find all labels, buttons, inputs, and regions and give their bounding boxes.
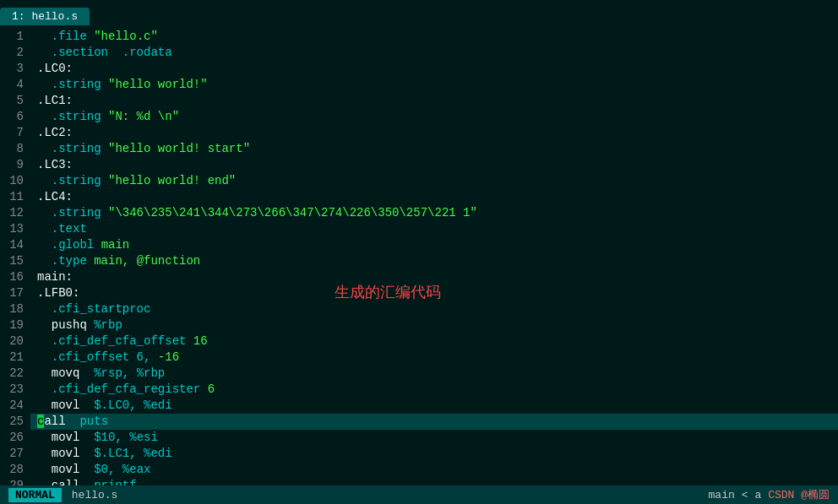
line-number-13: 13 [5,221,24,237]
file-tab[interactable]: 1: hello.s [0,8,90,25]
code-line-2: .section .rodata [30,45,838,61]
code-line-3: .LC0: [30,61,838,77]
status-filename: hello.s [72,489,118,501]
line-number-3: 3 [5,61,24,77]
line-number-22: 22 [5,366,24,382]
code-segment: $10, %esi [94,431,158,444]
code-line-20: .cfi_def_cfa_offset 16 [30,333,838,350]
code-segment: %rbp [94,318,122,332]
code-segment: .string [37,110,108,123]
code-line-15: .type main, @function [30,253,838,269]
code-segment: main: [37,270,73,284]
line-numbers: 1234567891011121314151617181920212223242… [0,25,30,485]
code-line-29: call printf [30,478,838,485]
status-left: NORMAL hello.s [8,488,117,502]
line-number-29: 29 [5,478,24,485]
code-segment: "N: %d \n" [108,110,179,123]
code-line-14: .globl main [30,237,838,253]
code-segment: call [37,479,94,485]
code-segment: $0, %eax [94,463,150,476]
line-number-10: 10 [5,173,24,189]
code-content: .file "hello.c" .section .rodata.LC0: .s… [30,25,838,485]
line-number-20: 20 [5,333,24,350]
code-segment: .LC4: [37,190,73,203]
mode-badge: NORMAL [8,488,62,502]
code-segment: .string [37,78,108,91]
code-segment: puts [79,415,108,428]
code-line-23: .cfi_def_cfa_register 6 [30,382,838,398]
line-number-1: 1 [5,29,24,45]
code-segment: main [101,238,130,252]
code-line-18: .cfi_startproc [30,301,838,317]
code-segment: movl [37,398,94,412]
code-segment: .LC1: [37,94,73,107]
line-number-2: 2 [5,45,24,61]
line-number-28: 28 [5,462,24,478]
code-line-6: .string "N: %d \n" [30,109,838,125]
line-number-6: 6 [5,109,24,125]
code-line-17: 生成的汇编代码.LFB0: [30,285,838,301]
code-segment: $.LC1, %edi [94,447,171,460]
code-line-9: .LC3: [30,157,838,173]
status-position: main [709,489,735,501]
editor: 1234567891011121314151617181920212223242… [0,25,838,485]
code-segment: .LC2: [37,126,73,139]
code-segment: movl [37,447,94,460]
status-right: main < a CSDN @椭圆 [709,487,830,502]
code-segment: "hello.c" [94,30,158,43]
code-segment: "\346\235\241\344\273\266\347\274\226\35… [108,206,477,219]
code-segment: "hello world! end" [108,174,236,187]
code-line-24: movl $.LC0, %edi [30,398,838,414]
code-segment: .text [37,222,87,236]
line-number-12: 12 [5,205,24,221]
code-segment: .type [37,254,94,268]
line-number-15: 15 [5,253,24,269]
line-number-24: 24 [5,398,24,414]
code-segment: .LFB0: [37,286,79,300]
code-line-19: pushq %rbp [30,317,838,333]
annotation-text: 生成的汇编代码 [335,285,441,301]
line-number-14: 14 [5,237,24,253]
line-number-27: 27 [5,446,24,462]
code-line-4: .string "hello world!" [30,77,838,93]
line-number-26: 26 [5,430,24,446]
code-segment: $.LC0, %edi [94,398,171,412]
code-segment: movq [37,366,94,380]
line-number-5: 5 [5,93,24,109]
line-number-9: 9 [5,157,24,173]
code-segment: .LC3: [37,158,73,171]
code-segment: .string [37,206,108,219]
line-number-18: 18 [5,301,24,317]
code-line-27: movl $.LC1, %edi [30,446,838,462]
code-segment: movl [37,463,94,476]
code-segment: .rodata [108,46,172,59]
code-line-12: .string "\346\235\241\344\273\266\347\27… [30,205,838,221]
code-line-13: .text [30,221,838,237]
code-line-10: .string "hello world! end" [30,173,838,189]
line-number-8: 8 [5,141,24,157]
code-segment: .cfi_offset 6, [37,350,158,364]
line-number-7: 7 [5,125,24,141]
line-number-11: 11 [5,189,24,205]
code-line-5: .LC1: [30,93,838,109]
code-segment: pushq [37,318,94,332]
code-segment: -16 [158,350,179,364]
line-number-19: 19 [5,317,24,333]
line-number-16: 16 [5,269,24,285]
code-segment: .string [37,142,108,155]
code-segment: main, @function [94,254,200,268]
code-segment: .cfi_def_cfa_offset [37,334,193,348]
code-segment: .cfi_def_cfa_register [37,382,208,396]
code-segment: .LC0: [37,62,73,75]
code-segment: "hello world! start" [108,142,250,155]
line-number-4: 4 [5,77,24,93]
tab-bar: 1: hello.s [0,0,838,25]
code-segment: .file [37,30,94,43]
code-line-8: .string "hello world! start" [30,141,838,157]
code-line-25: call puts [30,414,838,430]
code-line-22: movq %rsp, %rbp [30,366,838,382]
code-line-16: main: [30,269,838,285]
status-bar: NORMAL hello.s main < a CSDN @椭圆 [0,485,838,504]
code-line-11: .LC4: [30,189,838,205]
code-segment: 16 [193,334,208,348]
